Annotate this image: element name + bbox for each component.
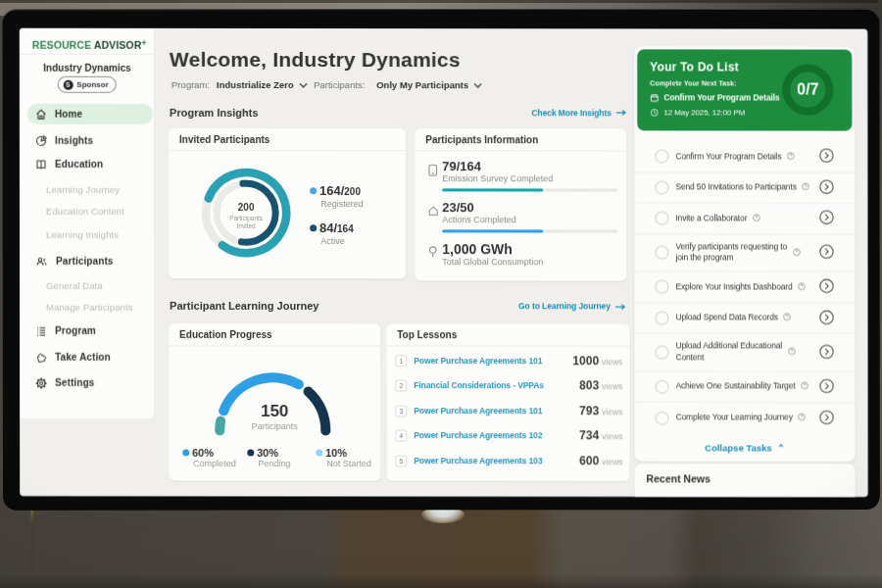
- svg-text:Participants: Participants: [229, 215, 264, 222]
- svg-text:200: 200: [238, 202, 255, 213]
- svg-text:Invited: Invited: [237, 222, 257, 229]
